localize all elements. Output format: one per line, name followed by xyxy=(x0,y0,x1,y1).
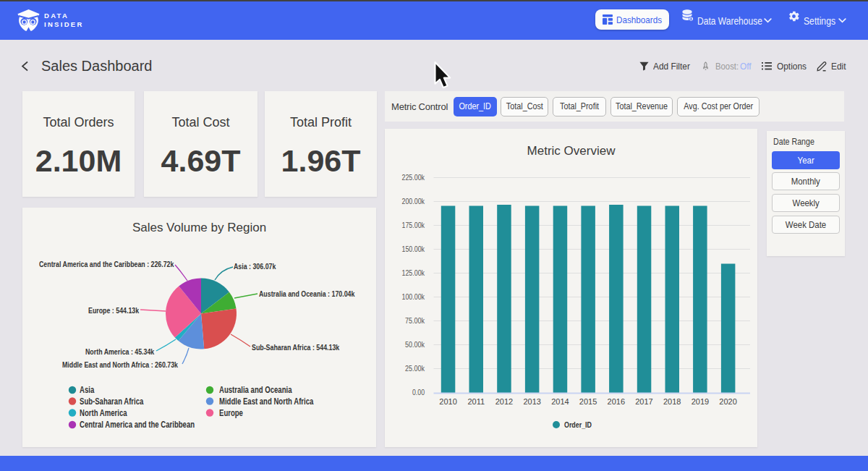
svg-text:225.00k: 225.00k xyxy=(402,173,425,182)
svg-text:Order_ID: Order_ID xyxy=(564,420,592,429)
svg-text:100.00k: 100.00k xyxy=(402,292,425,301)
svg-text:75.00k: 75.00k xyxy=(405,316,425,325)
svg-text:2012: 2012 xyxy=(495,397,513,406)
svg-text:2018: 2018 xyxy=(663,397,681,406)
svg-text:2020: 2020 xyxy=(719,397,736,406)
svg-text:2017: 2017 xyxy=(635,397,652,406)
svg-text:2013: 2013 xyxy=(523,397,540,406)
svg-text:2016: 2016 xyxy=(608,397,625,406)
svg-text:2015: 2015 xyxy=(579,397,597,406)
svg-text:2010: 2010 xyxy=(439,397,456,406)
svg-text:150.00k: 150.00k xyxy=(402,245,425,253)
svg-text:25.00k: 25.00k xyxy=(405,364,425,373)
svg-text:200.00k: 200.00k xyxy=(402,197,425,205)
svg-text:50.00k: 50.00k xyxy=(405,340,425,349)
svg-text:2019: 2019 xyxy=(692,397,709,406)
svg-text:2014: 2014 xyxy=(551,397,569,406)
svg-text:125.00k: 125.00k xyxy=(402,268,425,277)
svg-text:0.00: 0.00 xyxy=(412,388,425,396)
svg-text:175.00k: 175.00k xyxy=(402,221,425,229)
svg-text:2011: 2011 xyxy=(467,397,485,406)
